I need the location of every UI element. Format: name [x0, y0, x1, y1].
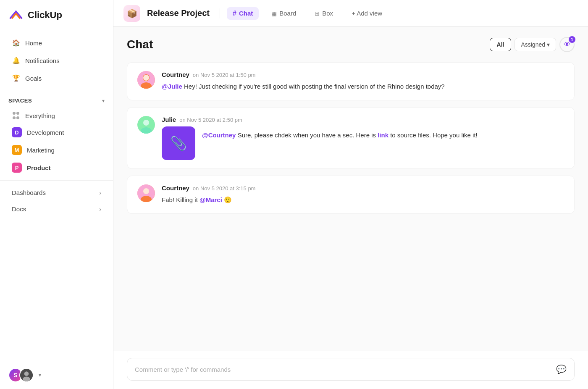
add-view-button[interactable]: + Add view [346, 7, 388, 19]
attachment-box[interactable]: 📎 [162, 126, 195, 160]
message-after-link: to source files. Hope you like it! [390, 131, 478, 139]
tab-chat[interactable]: # Chat [227, 7, 259, 20]
tab-board-label: Board [279, 10, 296, 17]
watch-button[interactable]: 👁 1 [559, 37, 575, 52]
spaces-chevron-icon: ▾ [102, 98, 105, 104]
sidebar-item-docs[interactable]: Docs › [3, 201, 110, 217]
message-author: Courtney [162, 71, 189, 78]
spaces-header[interactable]: Spaces ▾ [8, 97, 105, 104]
message-author: Julie [162, 116, 176, 123]
svg-point-6 [143, 75, 149, 81]
paperclip-icon: 📎 [170, 135, 187, 151]
message-meta: Julie on Nov 5 2020 at 2:50 pm [162, 116, 564, 123]
chat-hash-icon: # [233, 10, 236, 17]
product-badge: P [12, 163, 22, 173]
sidebar-item-dashboards[interactable]: Dashboards › [3, 185, 110, 200]
messages-list: Courtney on Nov 5 2020 at 1:50 pm @Julie… [127, 62, 575, 341]
svg-point-1 [24, 371, 29, 376]
sidebar-item-home[interactable]: 🏠 Home [3, 34, 110, 51]
message-time: on Nov 5 2020 at 1:50 pm [193, 72, 256, 78]
message-card: Courtney on Nov 5 2020 at 3:15 pm Fab! K… [127, 176, 575, 214]
sidebar-label-development: Development [27, 129, 64, 136]
development-badge: D [12, 127, 22, 137]
chat-header: Chat All Assigned ▾ 👁 1 [127, 37, 575, 52]
comment-input-wrapper[interactable]: Comment or type '/' for commands 💬 [127, 358, 575, 381]
user-avatars[interactable]: S [8, 368, 34, 382]
tab-board[interactable]: ▦ Board [265, 7, 302, 19]
avatar [137, 184, 155, 202]
julie-avatar-icon [137, 116, 155, 134]
bell-icon: 🔔 [12, 56, 20, 65]
app-name: ClickUp [28, 10, 62, 21]
filter-assigned-dropdown[interactable]: Assigned ▾ [514, 38, 556, 51]
footer-dropdown-icon[interactable]: ▾ [39, 372, 41, 378]
watch-badge: 1 [569, 36, 575, 43]
sidebar-label-notifications: Notifications [25, 57, 60, 64]
message-author: Courtney [162, 184, 189, 192]
comment-bubble-icon: 💬 [556, 364, 567, 374]
sidebar-label-marketing: Marketing [27, 147, 55, 154]
sidebar: ClickUp 🏠 Home 🔔 Notifications 🏆 Goals S… [0, 0, 113, 389]
box-icon: ⊞ [315, 10, 320, 17]
message-before-link: Sure, please chdek when you have a sec. … [238, 131, 378, 139]
everything-icon [12, 111, 20, 120]
spaces-list: Everything D Development M Marketing P P… [0, 107, 113, 177]
chat-area: Chat All Assigned ▾ 👁 1 [113, 27, 588, 351]
message-meta: Courtney on Nov 5 2020 at 1:50 pm [162, 71, 564, 78]
svg-point-2 [23, 377, 30, 382]
chat-title: Chat [127, 38, 153, 51]
message-text: Fab! Killing it @Marci 🙂 [162, 195, 564, 205]
sidebar-item-product[interactable]: P Product [3, 159, 110, 176]
avatar-user-j [19, 368, 34, 382]
tab-box-label: Box [322, 10, 333, 17]
mention[interactable]: @Julie [162, 83, 182, 90]
sidebar-label-goals: Goals [25, 75, 42, 82]
sidebar-label-home: Home [25, 39, 42, 47]
spaces-section: Spaces ▾ [0, 91, 113, 107]
message-plain: Fab! Killing it [162, 196, 200, 203]
message-link[interactable]: link [378, 131, 388, 139]
message-with-attachment: 📎 @Courtney Sure, please chdek when you … [162, 126, 564, 160]
dashboards-label: Dashboards [12, 189, 46, 196]
topbar: 📦 Release Project # Chat ▦ Board ⊞ Box +… [113, 0, 588, 27]
filter-all-button[interactable]: All [490, 38, 512, 51]
sidebar-bottom: Dashboards › Docs › [0, 180, 113, 221]
message-meta: Courtney on Nov 5 2020 at 3:15 pm [162, 184, 564, 192]
message-card: Julie on Nov 5 2020 at 2:50 pm 📎 @Courtn… [127, 107, 575, 169]
sidebar-item-notifications[interactable]: 🔔 Notifications [3, 52, 110, 69]
sidebar-main-nav: 🏠 Home 🔔 Notifications 🏆 Goals [0, 30, 113, 91]
avatar [137, 71, 155, 89]
main-content: 📦 Release Project # Chat ▦ Board ⊞ Box +… [113, 0, 588, 389]
sidebar-item-everything[interactable]: Everything [3, 108, 110, 123]
topbar-divider [220, 8, 220, 18]
tab-chat-label: Chat [239, 10, 253, 17]
svg-point-11 [143, 188, 149, 194]
dashboards-arrow-icon: › [99, 189, 101, 196]
spaces-title: Spaces [8, 97, 32, 104]
logo[interactable]: ClickUp [0, 0, 113, 30]
courtney-avatar-2-icon [137, 184, 155, 202]
mention[interactable]: @Courtney [202, 131, 236, 139]
assigned-label: Assigned [521, 41, 545, 48]
chat-controls: All Assigned ▾ 👁 1 [490, 37, 575, 52]
sidebar-item-marketing[interactable]: M Marketing [3, 142, 110, 158]
message-content: Hey! Just checking if you're still good … [184, 83, 445, 90]
message-body: Courtney on Nov 5 2020 at 3:15 pm Fab! K… [162, 184, 564, 205]
home-icon: 🏠 [12, 39, 20, 47]
tab-box[interactable]: ⊞ Box [309, 7, 339, 19]
mention[interactable]: @Marci [200, 196, 222, 203]
message-time: on Nov 5 2020 at 2:50 pm [179, 117, 242, 123]
message-body: Julie on Nov 5 2020 at 2:50 pm 📎 @Courtn… [162, 116, 564, 160]
comment-placeholder[interactable]: Comment or type '/' for commands [135, 366, 556, 373]
sidebar-item-goals[interactable]: 🏆 Goals [3, 70, 110, 87]
message-card: Courtney on Nov 5 2020 at 1:50 pm @Julie… [127, 62, 575, 100]
message-body: Courtney on Nov 5 2020 at 1:50 pm @Julie… [162, 71, 564, 92]
docs-label: Docs [12, 205, 26, 213]
courtney-avatar-icon [137, 71, 155, 89]
comment-area: Comment or type '/' for commands 💬 [113, 351, 588, 389]
sidebar-label-product: Product [27, 164, 51, 171]
sidebar-item-development[interactable]: D Development [3, 124, 110, 141]
trophy-icon: 🏆 [12, 74, 20, 82]
assigned-chevron-icon: ▾ [547, 41, 550, 48]
project-icon: 📦 [123, 5, 140, 22]
